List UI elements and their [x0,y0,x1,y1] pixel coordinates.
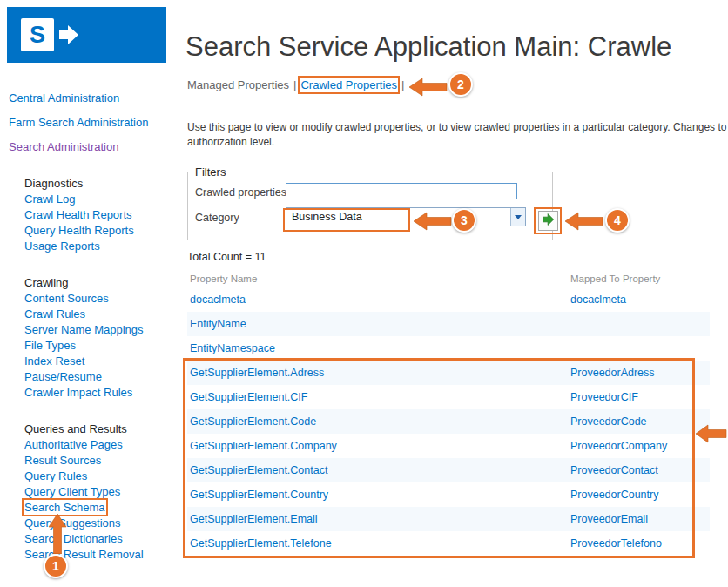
page-title: Search Service Application Main: Crawle [185,31,728,63]
property-name-link[interactable]: GetSupplierElement.Country [187,489,570,501]
page-description: Use this page to view or modify crawled … [187,120,728,150]
table-row: GetSupplierElement.CIFProveedorCIF [187,385,710,409]
sharepoint-logo-letter: S [21,18,54,51]
crawled-properties-label: Crawled properties [195,186,286,199]
mapped-property-value: ProveedorContact [570,464,710,476]
crawled-properties-input[interactable] [286,183,517,199]
sharepoint-logo-arrow-icon [59,24,80,49]
total-count: Total Count = 11 [187,251,266,263]
sidebar-heading-queries-and-results: Queries and Results [24,422,181,437]
category-selected-value: Business Data [292,211,362,223]
apply-filter-button[interactable] [538,211,558,231]
sidebar-item-crawl-log[interactable]: Crawl Log [24,192,181,207]
mapped-property-value: ProveedorCountry [570,489,710,501]
annotation-arrow-2 [409,78,448,100]
property-name-link[interactable]: GetSupplierElement.Contact [187,464,570,476]
annotation-badge-1: 1 [44,554,68,578]
property-view-tabs: Managed Properties|Crawled Properties| [187,78,408,91]
column-header-mapped-to-property: Mapped To Property [570,273,710,284]
tab-crawled-properties[interactable]: Crawled Properties [300,78,397,91]
sidebar-item-crawl-rules[interactable]: Crawl Rules [24,307,181,322]
annotation-badge-4: 4 [605,208,630,233]
property-name-link[interactable]: GetSupplierElement.Telefone [187,537,570,550]
sidebar-item-result-sources[interactable]: Result Sources [24,453,181,469]
tab-managed-properties[interactable]: Managed Properties [187,78,289,91]
sidebar-item-query-suggestions[interactable]: Query Suggestions [24,516,181,531]
search-schema-highlight-box: Search Schema [24,501,105,514]
sidebar-item-content-sources[interactable]: Content Sources [24,291,181,307]
category-label: Category [195,212,239,224]
table-row: GetSupplierElement.CodeProveedorCode [187,409,710,434]
annotation-arrow-4 [565,212,603,234]
mapped-property-value: ProveedorTelefono [570,537,710,550]
property-name-link[interactable]: EntityNamespace [187,342,570,354]
go-arrow-icon [542,213,556,230]
description-line-2: authorization level. [187,135,728,150]
sidebar-item-query-rules[interactable]: Query Rules [24,469,181,484]
mapped-property-value: ProveedorCompany [570,440,710,452]
description-line-1: Use this page to view or modify crawled … [187,120,728,135]
annotation-badge-3: 3 [452,208,476,233]
mapped-property-value: ProveedorCIF [570,391,710,403]
sidebar-item-query-health-reports[interactable]: Query Health Reports [24,223,181,239]
tab-separator: | [289,78,300,91]
sidebar-item-authoritative-pages[interactable]: Authoritative Pages [24,437,181,453]
sidebar-item-index-reset[interactable]: Index Reset [24,354,181,369]
filters-legend: Filters [192,165,229,179]
table-row: GetSupplierElement.EmailProveedorEmail [187,507,710,531]
sidebar-item-pause-resume[interactable]: Pause/Resume [24,369,181,385]
mapped-property-value: docaclmeta [570,294,710,306]
table-row: GetSupplierElement.ContactProveedorConta… [187,458,710,482]
mapped-property-value: ProveedorEmail [570,513,710,525]
sidebar-item-usage-reports[interactable]: Usage Reports [24,239,181,254]
table-row: GetSupplierElement.CountryProveedorCount… [187,482,710,507]
sidebar-item-farm-search-administration[interactable]: Farm Search Administration [9,115,181,131]
sidebar-item-central-administration[interactable]: Central Administration [9,91,181,106]
filters-group: Filters Crawled properties Category Busi… [187,165,553,240]
table-row: EntityName [187,312,710,336]
property-name-link[interactable]: GetSupplierElement.Email [187,513,570,525]
property-name-link[interactable]: docaclmeta [187,294,570,306]
crawled-properties-table: Property Name Mapped To Property docaclm… [187,270,710,556]
sidebar-item-file-types[interactable]: File Types [24,338,181,354]
table-header-row: Property Name Mapped To Property [187,270,710,287]
table-row: EntityNamespace [187,336,710,361]
sidebar-item-crawl-health-reports[interactable]: Crawl Health Reports [24,207,181,223]
property-name-link[interactable]: GetSupplierElement.Code [187,415,570,428]
sidebar-item-server-name-mappings[interactable]: Server Name Mappings [24,322,181,338]
property-name-link[interactable]: GetSupplierElement.Adress [187,367,570,379]
table-row: GetSupplierElement.CompanyProveedorCompa… [187,434,710,458]
page: S Central Administration Farm Search Adm… [0,0,728,587]
sidebar-nav: Central Administration Farm Search Admin… [9,91,181,563]
sidebar-heading-diagnostics: Diagnostics [24,176,181,192]
chevron-down-icon[interactable] [510,208,525,226]
mapped-property-value: ProveedorAdress [570,367,710,379]
sharepoint-logo[interactable]: S [7,7,166,63]
sidebar-item-search-schema[interactable]: Search Schema [24,500,181,516]
sidebar-item-query-client-types[interactable]: Query Client Types [24,484,181,500]
mapped-property-value: ProveedorCode [570,415,710,428]
property-name-link[interactable]: GetSupplierElement.Company [187,440,570,452]
sidebar-heading-crawling: Crawling [24,275,181,291]
tab-separator-2: | [397,78,408,91]
table-row: GetSupplierElement.AdressProveedorAdress [187,361,710,385]
sidebar-item-search-dictionaries[interactable]: Search Dictionaries [24,531,181,547]
annotation-badge-2: 2 [448,72,473,97]
table-row: GetSupplierElement.TelefoneProveedorTele… [187,531,710,556]
sidebar-item-crawler-impact-rules[interactable]: Crawler Impact Rules [24,385,181,401]
property-name-link[interactable]: EntityName [187,318,570,330]
column-header-property-name: Property Name [187,273,570,284]
category-select[interactable]: Business Data [286,207,526,226]
property-name-link[interactable]: GetSupplierElement.CIF [187,391,570,403]
table-row: docaclmetadocaclmeta [187,287,710,312]
sidebar-item-search-administration[interactable]: Search Administration [9,139,181,155]
